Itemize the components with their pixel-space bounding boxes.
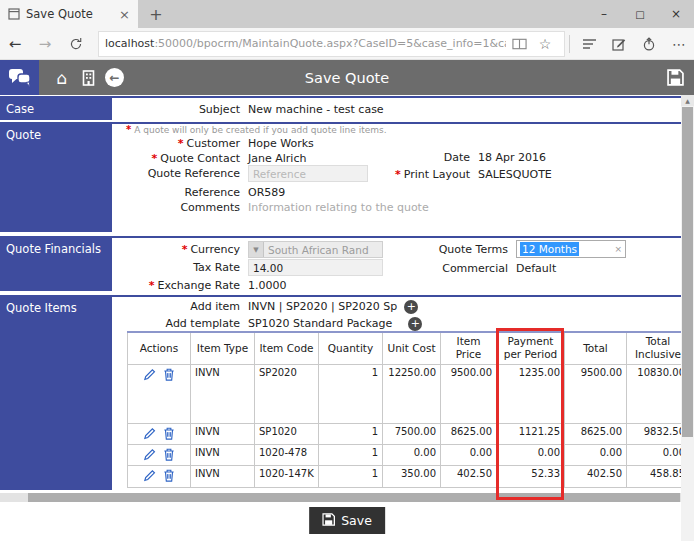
section-label-quote-financials: Quote Financials [0,238,112,291]
new-tab-button[interactable]: + [138,0,174,28]
vertical-scrollbar-thumb[interactable] [682,107,693,437]
cell-payment-per-period: 1235.00 [497,364,565,423]
table-row: INVN SP1020 1 7500.00 8625.00 1121.25 86… [128,423,690,444]
save-button[interactable]: Save [309,507,385,534]
commercial-value: Default [516,262,556,275]
customer-value: Hope Works [248,137,314,150]
quote-reference-input[interactable] [248,165,368,182]
row-actions [128,444,191,465]
currency-select[interactable]: ▼ South African Rand [248,241,383,258]
cell-total: 0.00 [565,444,627,465]
address-bar: ← → localhost:50000/bpocrm/MaintainQuote… [0,28,694,60]
url-text: localhost:50000/bpocrm/MaintainQuote.asp… [105,37,506,50]
cell-item-type: INVN [191,465,255,487]
company-building-icon[interactable] [75,70,101,86]
cell-quantity: 1 [319,423,383,444]
tab-strip-spacer [174,0,586,28]
app-logo[interactable] [0,60,39,95]
date-value: 18 Apr 2016 [478,151,546,164]
cell-item-code: 1020-478 [255,444,319,465]
col-header-payment-per-period: Payment per Period [497,332,565,364]
exchange-rate-value: 1.0000 [248,279,287,292]
subject-value: New machine - test case [248,103,384,116]
comments-placeholder[interactable]: Information relating to the quote [248,201,429,214]
required-asterisk: * [152,152,158,165]
tab-close-icon[interactable]: × [119,8,130,21]
header-save-icon[interactable] [667,69,684,90]
favorites-star-icon[interactable]: ☆ [532,36,558,52]
required-asterisk: * [149,279,155,292]
comments-label: Comments [112,201,248,214]
print-layout-label: *Print Layout [352,168,478,181]
cell-payment-per-period: 52.33 [497,465,565,487]
home-icon[interactable]: ⌂ [49,68,75,88]
add-item-button[interactable]: + [404,300,418,314]
delete-trash-icon[interactable] [163,427,175,442]
quote-terms-input[interactable]: 12 Months × [516,240,626,258]
cell-unit-cost: 0.00 [383,444,441,465]
cell-payment-per-period: 1121.25 [497,423,565,444]
toolbar-divider [569,35,570,53]
app-header: ⌂ ← Save Quote [0,60,694,95]
table-row: INVN 1020-147K 1 350.00 402.50 52.33 402… [128,465,690,487]
edit-pencil-icon[interactable] [143,427,156,442]
url-field[interactable]: localhost:50000/bpocrm/MaintainQuote.asp… [98,31,565,57]
edit-pencil-icon[interactable] [143,448,156,463]
currency-label: *Currency [112,243,248,256]
share-icon[interactable] [634,37,664,51]
currency-value: South African Rand [264,244,369,256]
window-close-button[interactable]: × [658,0,694,28]
quote-reference-label: Quote Reference [112,167,248,180]
browser-window: Save Quote × + – □ × ← → localhost:50000… [0,0,694,541]
window-maximize-button[interactable]: □ [622,0,658,28]
hub-icon[interactable] [574,38,604,50]
delete-trash-icon[interactable] [163,368,175,383]
required-asterisk: * [126,124,131,135]
horizontal-scrollbar[interactable] [0,493,681,502]
row-actions [128,364,191,423]
add-template-value[interactable]: SP1020 Standard Package [248,317,392,330]
browser-tab[interactable]: Save Quote × [0,0,138,28]
cell-unit-cost: 7500.00 [383,423,441,444]
browser-back-button[interactable]: ← [0,35,30,53]
delete-trash-icon[interactable] [163,448,175,463]
save-floppy-icon [322,513,335,529]
cell-item-code: SP1020 [255,423,319,444]
horizontal-scrollbar-thumb[interactable] [28,493,680,502]
reading-view-icon[interactable] [506,38,532,50]
vertical-scrollbar[interactable]: ▲ [681,95,694,541]
add-template-button[interactable]: + [408,317,422,331]
cell-item-type: INVN [191,423,255,444]
cell-item-code: 1020-147K [255,465,319,487]
col-header-item-price: Item Price [441,332,497,364]
clear-icon[interactable]: × [614,244,622,254]
app-back-button[interactable]: ← [105,68,124,87]
cell-item-price: 0.00 [441,444,497,465]
edit-pencil-icon[interactable] [143,469,156,484]
cell-item-type: INVN [191,364,255,423]
section-label-quote-items: Quote Items [0,297,112,490]
add-item-label: Add item [112,300,248,313]
section-label-case: Case [0,98,112,120]
quote-note: *A quote will only be created if you add… [126,124,387,135]
dropdown-arrow-icon: ▼ [249,242,264,257]
web-note-icon[interactable] [604,37,634,51]
cell-unit-cost: 350.00 [383,465,441,487]
table-header-row: Actions Item Type Item Code Quantity Uni… [128,332,690,364]
refresh-icon[interactable] [60,37,92,51]
reference-label: Reference [112,186,248,199]
tax-rate-input[interactable] [248,259,383,276]
url-host: localhost [105,37,154,50]
cell-quantity: 1 [319,364,383,423]
exchange-rate-label: *Exchange Rate [112,279,248,292]
window-minimize-button[interactable]: – [586,0,622,28]
cell-total: 9500.00 [565,364,627,423]
cell-item-price: 9500.00 [441,364,497,423]
browser-forward-button[interactable]: → [30,35,60,53]
edit-pencil-icon[interactable] [143,368,156,383]
more-options-icon[interactable]: ⋯ [664,36,694,52]
cell-item-price: 402.50 [441,465,497,487]
delete-trash-icon[interactable] [163,469,175,484]
add-item-value[interactable]: INVN | SP2020 | SP2020 Sp [248,300,397,313]
scroll-up-icon[interactable]: ▲ [681,95,694,106]
